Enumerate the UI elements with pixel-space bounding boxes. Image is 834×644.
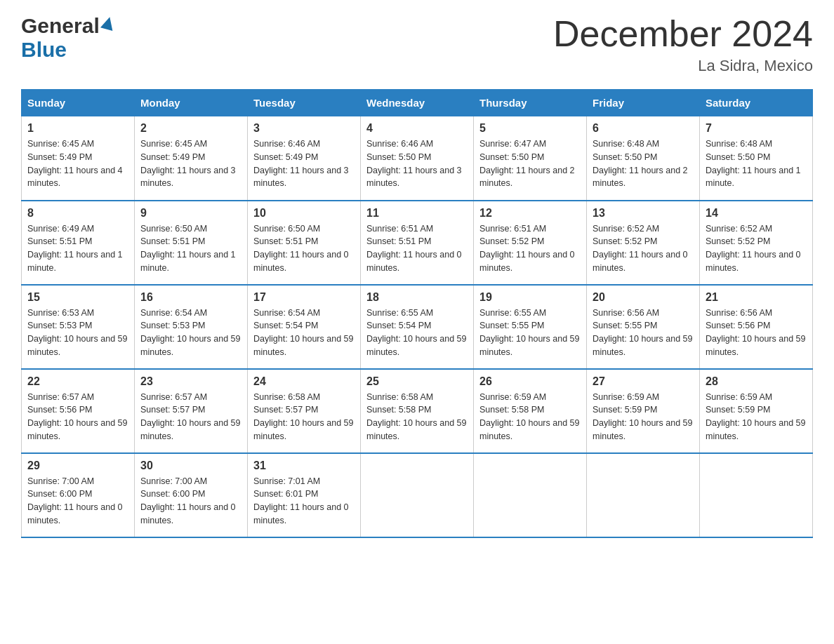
day-info: Sunrise: 6:56 AM Sunset: 5:55 PM Dayligh…	[593, 307, 694, 359]
day-number: 20	[593, 291, 694, 304]
month-title: December 2024	[553, 14, 813, 54]
day-info: Sunrise: 7:01 AM Sunset: 6:01 PM Dayligh…	[253, 475, 355, 528]
day-info: Sunrise: 6:56 AM Sunset: 5:56 PM Dayligh…	[706, 307, 807, 359]
calendar-cell	[587, 453, 700, 537]
day-info: Sunrise: 6:49 AM Sunset: 5:51 PM Dayligh…	[27, 222, 128, 275]
day-info: Sunrise: 7:00 AM Sunset: 6:00 PM Dayligh…	[27, 475, 128, 528]
day-info: Sunrise: 6:50 AM Sunset: 5:51 PM Dayligh…	[253, 222, 355, 275]
calendar-cell: 15 Sunrise: 6:53 AM Sunset: 5:53 PM Dayl…	[22, 285, 135, 369]
col-saturday: Saturday	[700, 90, 813, 116]
col-thursday: Thursday	[474, 90, 587, 116]
calendar-cell: 11 Sunrise: 6:51 AM Sunset: 5:51 PM Dayl…	[361, 201, 474, 285]
col-sunday: Sunday	[22, 90, 135, 116]
day-info: Sunrise: 6:47 AM Sunset: 5:50 PM Dayligh…	[479, 137, 581, 190]
calendar-week-5: 29 Sunrise: 7:00 AM Sunset: 6:00 PM Dayl…	[22, 453, 813, 537]
calendar-cell: 22 Sunrise: 6:57 AM Sunset: 5:56 PM Dayl…	[22, 369, 135, 453]
calendar-cell: 23 Sunrise: 6:57 AM Sunset: 5:57 PM Dayl…	[135, 369, 248, 453]
calendar-cell: 16 Sunrise: 6:54 AM Sunset: 5:53 PM Dayl…	[135, 285, 248, 369]
day-number: 26	[479, 375, 581, 388]
calendar-cell: 18 Sunrise: 6:55 AM Sunset: 5:54 PM Dayl…	[361, 285, 474, 369]
calendar-cell: 5 Sunrise: 6:47 AM Sunset: 5:50 PM Dayli…	[474, 116, 587, 201]
calendar-cell: 12 Sunrise: 6:51 AM Sunset: 5:52 PM Dayl…	[474, 201, 587, 285]
day-number: 2	[140, 122, 241, 135]
day-info: Sunrise: 6:45 AM Sunset: 5:49 PM Dayligh…	[27, 137, 128, 190]
calendar-week-4: 22 Sunrise: 6:57 AM Sunset: 5:56 PM Dayl…	[22, 369, 813, 453]
calendar-cell: 14 Sunrise: 6:52 AM Sunset: 5:52 PM Dayl…	[700, 201, 813, 285]
calendar-cell: 26 Sunrise: 6:59 AM Sunset: 5:58 PM Dayl…	[474, 369, 587, 453]
calendar-cell: 3 Sunrise: 6:46 AM Sunset: 5:49 PM Dayli…	[248, 116, 361, 201]
day-number: 23	[140, 375, 241, 388]
day-info: Sunrise: 6:58 AM Sunset: 5:58 PM Dayligh…	[366, 391, 468, 443]
day-number: 27	[593, 375, 694, 388]
day-number: 28	[706, 375, 807, 388]
day-info: Sunrise: 6:48 AM Sunset: 5:50 PM Dayligh…	[593, 137, 694, 190]
day-info: Sunrise: 6:59 AM Sunset: 5:58 PM Dayligh…	[479, 391, 581, 443]
calendar-cell: 4 Sunrise: 6:46 AM Sunset: 5:50 PM Dayli…	[361, 116, 474, 201]
day-info: Sunrise: 7:00 AM Sunset: 6:00 PM Dayligh…	[140, 475, 241, 528]
day-number: 29	[27, 459, 128, 472]
day-number: 25	[366, 375, 468, 388]
calendar-week-1: 1 Sunrise: 6:45 AM Sunset: 5:49 PM Dayli…	[22, 116, 813, 201]
day-number: 11	[366, 207, 468, 220]
day-number: 16	[140, 291, 241, 304]
day-info: Sunrise: 6:48 AM Sunset: 5:50 PM Dayligh…	[706, 137, 807, 190]
logo-blue-text: Blue	[21, 38, 67, 61]
day-info: Sunrise: 6:51 AM Sunset: 5:52 PM Dayligh…	[479, 222, 581, 275]
calendar-week-3: 15 Sunrise: 6:53 AM Sunset: 5:53 PM Dayl…	[22, 285, 813, 369]
calendar-cell: 24 Sunrise: 6:58 AM Sunset: 5:57 PM Dayl…	[248, 369, 361, 453]
day-info: Sunrise: 6:57 AM Sunset: 5:57 PM Dayligh…	[140, 391, 241, 443]
calendar-cell	[700, 453, 813, 537]
calendar-header: Sunday Monday Tuesday Wednesday Thursday…	[22, 90, 813, 116]
day-info: Sunrise: 6:50 AM Sunset: 5:51 PM Dayligh…	[140, 222, 241, 275]
day-number: 1	[27, 122, 128, 135]
calendar-cell: 2 Sunrise: 6:45 AM Sunset: 5:49 PM Dayli…	[135, 116, 248, 201]
day-number: 10	[253, 207, 355, 220]
col-friday: Friday	[587, 90, 700, 116]
page-header: General Blue December 2024 La Sidra, Mex…	[21, 14, 813, 75]
calendar-cell: 13 Sunrise: 6:52 AM Sunset: 5:52 PM Dayl…	[587, 201, 700, 285]
day-number: 31	[253, 459, 355, 472]
calendar-cell: 31 Sunrise: 7:01 AM Sunset: 6:01 PM Dayl…	[248, 453, 361, 537]
header-row: Sunday Monday Tuesday Wednesday Thursday…	[22, 90, 813, 116]
day-number: 14	[706, 207, 807, 220]
day-info: Sunrise: 6:59 AM Sunset: 5:59 PM Dayligh…	[593, 391, 694, 443]
calendar-week-2: 8 Sunrise: 6:49 AM Sunset: 5:51 PM Dayli…	[22, 201, 813, 285]
calendar-cell: 19 Sunrise: 6:55 AM Sunset: 5:55 PM Dayl…	[474, 285, 587, 369]
day-info: Sunrise: 6:55 AM Sunset: 5:55 PM Dayligh…	[479, 307, 581, 359]
logo-triangle-icon	[100, 15, 116, 31]
day-number: 9	[140, 207, 241, 220]
day-number: 13	[593, 207, 694, 220]
day-number: 15	[27, 291, 128, 304]
calendar-body: 1 Sunrise: 6:45 AM Sunset: 5:49 PM Dayli…	[22, 116, 813, 537]
calendar-cell: 9 Sunrise: 6:50 AM Sunset: 5:51 PM Dayli…	[135, 201, 248, 285]
location-label: La Sidra, Mexico	[553, 57, 813, 75]
calendar-cell: 7 Sunrise: 6:48 AM Sunset: 5:50 PM Dayli…	[700, 116, 813, 201]
calendar-cell: 21 Sunrise: 6:56 AM Sunset: 5:56 PM Dayl…	[700, 285, 813, 369]
calendar-cell: 6 Sunrise: 6:48 AM Sunset: 5:50 PM Dayli…	[587, 116, 700, 201]
calendar-cell: 25 Sunrise: 6:58 AM Sunset: 5:58 PM Dayl…	[361, 369, 474, 453]
day-number: 24	[253, 375, 355, 388]
day-number: 30	[140, 459, 241, 472]
day-info: Sunrise: 6:46 AM Sunset: 5:49 PM Dayligh…	[253, 137, 355, 190]
day-number: 3	[253, 122, 355, 135]
day-info: Sunrise: 6:52 AM Sunset: 5:52 PM Dayligh…	[706, 222, 807, 275]
day-number: 12	[479, 207, 581, 220]
day-info: Sunrise: 6:52 AM Sunset: 5:52 PM Dayligh…	[593, 222, 694, 275]
day-number: 4	[366, 122, 468, 135]
day-info: Sunrise: 6:46 AM Sunset: 5:50 PM Dayligh…	[366, 137, 468, 190]
logo: General Blue	[21, 14, 114, 62]
day-number: 5	[479, 122, 581, 135]
calendar-cell: 17 Sunrise: 6:54 AM Sunset: 5:54 PM Dayl…	[248, 285, 361, 369]
col-monday: Monday	[135, 90, 248, 116]
day-number: 8	[27, 207, 128, 220]
day-number: 19	[479, 291, 581, 304]
col-tuesday: Tuesday	[248, 90, 361, 116]
day-info: Sunrise: 6:54 AM Sunset: 5:54 PM Dayligh…	[253, 307, 355, 359]
day-number: 7	[706, 122, 807, 135]
calendar-cell: 1 Sunrise: 6:45 AM Sunset: 5:49 PM Dayli…	[22, 116, 135, 201]
day-info: Sunrise: 6:45 AM Sunset: 5:49 PM Dayligh…	[140, 137, 241, 190]
day-number: 17	[253, 291, 355, 304]
calendar-cell	[474, 453, 587, 537]
day-number: 22	[27, 375, 128, 388]
title-section: December 2024 La Sidra, Mexico	[553, 14, 813, 75]
